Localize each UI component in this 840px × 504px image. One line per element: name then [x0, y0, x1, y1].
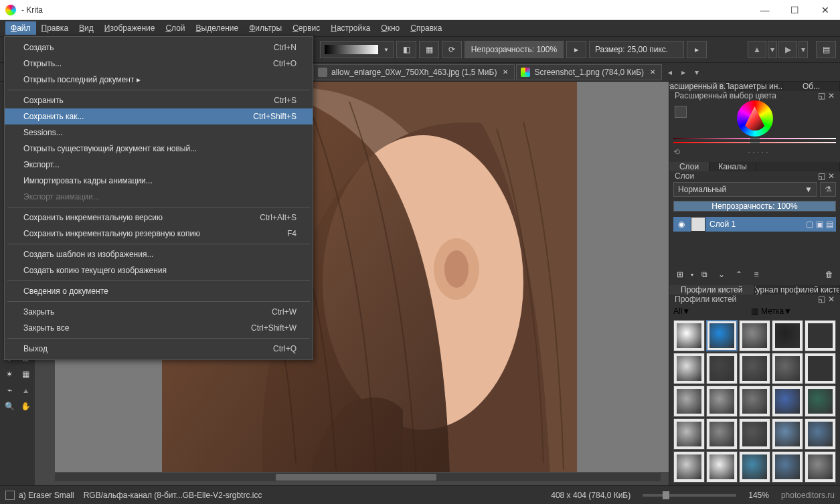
layer-opacity-slider[interactable]: Непрозрачность: 100%: [673, 201, 836, 212]
file-menu-item[interactable]: Сохранить инкрементальную версиюCtrl+Alt…: [5, 209, 313, 226]
mirror-v-menu[interactable]: ▾: [799, 41, 808, 58]
mirror-h-button[interactable]: ▲: [748, 41, 766, 58]
file-menu-item[interactable]: Создать копию текущего изображения: [5, 262, 313, 278]
lock-icon[interactable]: ▢: [806, 220, 813, 229]
file-menu-item[interactable]: ВыходCtrl+Q: [5, 341, 313, 357]
brush-preset[interactable]: [706, 353, 738, 384]
brush-preset[interactable]: [739, 353, 770, 384]
file-menu-item[interactable]: Открыть...Ctrl+O: [5, 56, 313, 72]
brush-preset[interactable]: [772, 451, 803, 483]
close-icon[interactable]: ✕: [828, 295, 835, 304]
maximize-button[interactable]: ☐: [780, 0, 810, 20]
close-button[interactable]: ✕: [810, 0, 840, 20]
brush-preset[interactable]: [805, 451, 836, 483]
file-menu-item[interactable]: ЗакрытьCtrl+W: [5, 304, 313, 320]
minimize-button[interactable]: —: [750, 0, 780, 20]
float-icon[interactable]: ◱: [818, 295, 825, 304]
move-down-button[interactable]: ⌄: [715, 268, 728, 281]
float-icon[interactable]: ◱: [818, 91, 825, 100]
file-menu-item[interactable]: Сведения о документе: [5, 283, 313, 299]
h-scrollbar[interactable]: [55, 473, 661, 481]
undo-icon[interactable]: ⟲: [673, 147, 680, 157]
panel-tab-tool-options[interactable]: Параметры ин...: [726, 82, 783, 91]
opacity-slider[interactable]: Непрозрачность: 100%: [465, 41, 564, 58]
color-swatch-icon[interactable]: [675, 106, 687, 118]
mirror-v-button[interactable]: ▶: [778, 41, 797, 58]
pan-tool[interactable]: ✋: [19, 400, 31, 412]
magnet-tool[interactable]: ⟁: [19, 384, 31, 396]
alpha-toggle[interactable]: ▦: [419, 41, 439, 58]
zoom-tool[interactable]: 🔍: [3, 400, 15, 412]
tab-scroll-left[interactable]: ◂: [663, 68, 677, 77]
panel-tab-advanced-color[interactable]: Расширенный в...: [669, 82, 726, 91]
layers-tab[interactable]: Слои: [669, 162, 709, 171]
erase-toggle[interactable]: ◧: [396, 41, 416, 58]
duplicate-layer-button[interactable]: ⧉: [697, 268, 711, 281]
brush-preset[interactable]: [706, 418, 738, 450]
brush-preset[interactable]: [706, 320, 738, 351]
gradient-combo[interactable]: ▼: [320, 41, 394, 58]
file-menu-item[interactable]: Сохранить инкрементальную резервную копи…: [5, 226, 313, 242]
add-layer-button[interactable]: ⊞: [673, 268, 687, 281]
brush-preset[interactable]: [673, 320, 705, 351]
brush-preset[interactable]: [706, 386, 738, 417]
file-menu-item[interactable]: Импортировать кадры анимации...: [5, 173, 313, 189]
tag-icon[interactable]: ▥: [751, 307, 758, 316]
file-menu-item[interactable]: Открыть существующий документ как новый.…: [5, 141, 313, 157]
file-menu-item[interactable]: Открыть последний документ ▸: [5, 72, 313, 88]
tab-menu[interactable]: ▾: [690, 68, 703, 77]
brush-filter-combo[interactable]: All▼: [673, 307, 748, 316]
menu-фильтры[interactable]: Фильтры: [244, 21, 287, 35]
brush-preset[interactable]: [706, 451, 738, 483]
file-menu-item[interactable]: Sessions...: [5, 124, 313, 141]
move-up-button[interactable]: ⌃: [732, 268, 746, 281]
brush-preset[interactable]: [772, 353, 803, 384]
brush-preset[interactable]: [772, 418, 803, 450]
brush-preset[interactable]: [673, 353, 705, 384]
file-menu-item[interactable]: Сохранить как...Ctrl+Shift+S: [5, 108, 313, 124]
menu-настройка[interactable]: Настройка: [325, 21, 375, 35]
layer-row[interactable]: ◉ Слой 1 ▢▣▤: [673, 217, 836, 232]
close-icon[interactable]: ✕: [501, 68, 510, 77]
close-icon[interactable]: ✕: [828, 91, 835, 100]
panel-tab-about[interactable]: Об...: [783, 82, 840, 91]
doc-tab-2[interactable]: Screenshot_1.png (784,0 КиБ) ✕: [516, 64, 662, 80]
brush-preset[interactable]: [739, 451, 770, 483]
brush-preset[interactable]: [739, 386, 770, 417]
file-menu-item[interactable]: Закрыть всеCtrl+Shift+W: [5, 320, 313, 336]
brush-preset[interactable]: [673, 418, 705, 450]
menu-файл[interactable]: Файл: [5, 21, 36, 35]
mirror-h-menu[interactable]: ▾: [768, 41, 777, 58]
close-icon[interactable]: ✕: [648, 68, 657, 77]
menu-окно[interactable]: Окно: [375, 21, 405, 35]
color-wheel[interactable]: [669, 100, 840, 137]
size-step[interactable]: ▸: [687, 41, 707, 58]
layer-settings-button[interactable]: ≡: [750, 268, 763, 281]
size-field[interactable]: Размер: 25,00 пикс.: [589, 41, 684, 58]
brush-preset[interactable]: [805, 320, 836, 351]
menu-вид[interactable]: Вид: [74, 21, 99, 35]
delete-layer-button[interactable]: 🗑: [823, 268, 836, 281]
brush-preset[interactable]: [772, 320, 803, 351]
alpha-lock-icon[interactable]: ▣: [816, 220, 823, 229]
brush-history-tab[interactable]: Журнал профилей кистей: [755, 285, 841, 295]
bezier-tool[interactable]: ⌁: [3, 384, 15, 396]
brush-preset[interactable]: [673, 451, 705, 483]
menu-выделение[interactable]: Выделение: [191, 21, 244, 35]
brush-preset[interactable]: [772, 386, 803, 417]
blend-mode-combo[interactable]: Нормальный▼: [673, 182, 817, 197]
wrap-button[interactable]: ▤: [816, 41, 836, 58]
wand-tool[interactable]: ✶: [3, 368, 15, 380]
opacity-step[interactable]: ▸: [566, 41, 586, 58]
file-menu-item[interactable]: СоздатьCtrl+N: [5, 39, 313, 56]
brush-presets-tab[interactable]: Профили кистей: [669, 285, 755, 295]
tab-scroll-right[interactable]: ▸: [677, 68, 690, 77]
file-menu-item[interactable]: Создать шаблон из изображения...: [5, 246, 313, 262]
zoom-slider[interactable]: [643, 494, 736, 497]
menu-слой[interactable]: Слой: [160, 21, 190, 35]
menu-правка[interactable]: Правка: [36, 21, 74, 35]
filter-icon[interactable]: ⚗: [820, 182, 836, 197]
menu-изображение[interactable]: Изображение: [99, 21, 161, 35]
channels-tab[interactable]: Каналы: [709, 162, 756, 171]
brush-tag-combo[interactable]: Метка▼: [761, 307, 836, 316]
